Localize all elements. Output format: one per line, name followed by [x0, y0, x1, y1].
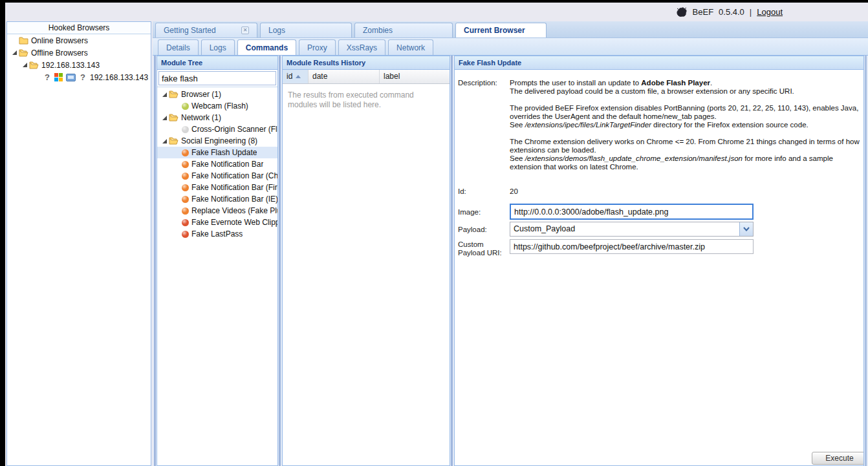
description-row: Description: Prompts the user to install… [458, 78, 863, 180]
sub-tab-xssrays[interactable]: XssRays [338, 39, 385, 55]
sub-tab-logs[interactable]: Logs [201, 39, 235, 55]
image-row: Image: [458, 204, 863, 220]
module-tree-panel: Module Tree Browser (1)Webcam (Flash)Net… [157, 56, 278, 466]
tree-item-label: 192.168.133.143 [90, 73, 148, 82]
tree-item-hooked-browser[interactable]: ? ? 192.168.133.143 [7, 71, 151, 83]
column-header-label[interactable]: label [380, 70, 450, 83]
tab-label: Zombies [363, 24, 393, 37]
expand-arrow-icon[interactable] [23, 63, 27, 67]
column-label: date [312, 70, 327, 83]
folder-open-icon [19, 49, 28, 57]
tab-label: Logs [210, 41, 226, 55]
module-label: Fake Flash Update [191, 148, 257, 157]
tree-item-host-folder[interactable]: 192.168.133.143 [7, 59, 151, 71]
id-label: Id: [458, 186, 510, 196]
module-row[interactable]: Replace Videos (Fake Plugin) [157, 205, 277, 217]
module-row[interactable]: Fake LastPass [157, 228, 277, 240]
execute-button[interactable]: Execute [812, 452, 864, 465]
module-status-icon [182, 231, 189, 238]
column-label: label [384, 70, 400, 83]
beef-app-window: BeEF 0.5.4.0 | Logout Hooked Browsers On… [0, 0, 868, 466]
module-tree-title: Module Tree [157, 56, 277, 70]
module-row[interactable]: Cross-Origin Scanner (Flash) [157, 123, 277, 135]
folder-open-icon [169, 90, 179, 98]
combo-trigger-button[interactable] [739, 222, 753, 236]
description-line: Prompts the user to install an update to… [510, 79, 863, 87]
module-row[interactable]: Fake Flash Update [157, 147, 277, 158]
hooked-browsers-title: Hooked Browsers [7, 22, 151, 34]
folder-closed-icon [19, 37, 28, 45]
expand-arrow-icon[interactable] [162, 139, 167, 143]
tree-item-online-browsers[interactable]: Online Browsers [7, 34, 151, 47]
module-detail-form: Description: Prompts the user to install… [455, 70, 863, 465]
description-label: Description: [458, 78, 510, 180]
tab-label: Getting Started [164, 24, 216, 37]
expand-arrow-icon[interactable] [162, 92, 167, 97]
logout-link[interactable]: Logout [757, 7, 783, 17]
app-name: BeEF [693, 7, 714, 17]
tree-item-offline-browsers[interactable]: Offline Browsers [7, 47, 151, 59]
folder-open-icon [169, 114, 179, 122]
main-tab-zombies[interactable]: Zombies [354, 23, 453, 37]
unknown-version-icon: ? [79, 72, 87, 82]
module-row[interactable]: Fake Evernote Web Clipper [157, 217, 277, 228]
module-status-icon [182, 126, 189, 133]
main-tab-current-browser[interactable]: Current Browser [455, 23, 547, 37]
browser-window-icon [66, 74, 76, 81]
description-line: See /extensions/demos/flash_update_chrom… [510, 154, 863, 171]
sub-tab-commands[interactable]: Commands [237, 39, 296, 55]
close-icon[interactable]: ✕ [241, 26, 249, 34]
tree-item-label: Online Browsers [31, 36, 88, 45]
payload-label: Payload: [458, 224, 510, 234]
module-row[interactable]: Fake Notification Bar (Chrome) [157, 170, 277, 182]
module-search-input[interactable] [158, 71, 276, 85]
module-results-panel: Module Results History id date label The… [282, 56, 450, 466]
module-category-row[interactable]: Browser (1) [157, 89, 277, 100]
module-label: Fake Notification Bar (Chrome) [191, 171, 277, 180]
module-status-icon [182, 219, 189, 226]
module-row[interactable]: Fake Notification Bar (Firefox) [157, 182, 277, 193]
custom-payload-uri-input[interactable] [510, 239, 754, 254]
windows-os-icon [54, 73, 63, 81]
tab-label: Logs [268, 24, 285, 37]
payload-selected-value: Custom_Payload [510, 222, 739, 236]
module-row[interactable]: Fake Notification Bar [157, 158, 277, 170]
hooked-browsers-panel: Hooked Browsers Online Browsers Offline … [6, 21, 151, 466]
module-status-icon [182, 161, 189, 168]
expand-arrow-icon[interactable] [12, 50, 17, 55]
tab-label: Network [396, 41, 425, 55]
module-label: Replace Videos (Fake Plugin) [191, 206, 277, 215]
browser-tabstrip: DetailsLogsCommandsProxyXssRaysNetwork [153, 38, 868, 56]
module-status-icon [182, 103, 189, 110]
sub-tab-proxy[interactable]: Proxy [299, 39, 336, 55]
module-detail-title: Fake Flash Update [455, 56, 863, 70]
module-category-row[interactable]: Social Engineering (8) [157, 135, 277, 147]
column-header-id[interactable]: id [283, 70, 309, 83]
sub-tab-network[interactable]: Network [388, 39, 433, 55]
tree-item-label: 192.168.133.143 [41, 61, 100, 70]
module-label: Fake Notification Bar [191, 160, 263, 169]
module-row[interactable]: Fake Notification Bar (IE) [157, 193, 277, 205]
unknown-browser-icon: ? [43, 72, 51, 82]
tab-label: Commands [246, 41, 288, 55]
module-status-icon [182, 173, 189, 180]
module-category-row[interactable]: Network (1) [157, 112, 277, 123]
sub-tab-details[interactable]: Details [158, 39, 199, 55]
tab-label: Current Browser [464, 24, 525, 37]
module-row[interactable]: Webcam (Flash) [157, 100, 277, 112]
main-tab-getting-started[interactable]: Getting Started✕ [155, 23, 257, 37]
column-header-date[interactable]: date [309, 70, 380, 83]
main-tab-logs[interactable]: Logs [260, 23, 352, 37]
description-text: Prompts the user to install an update to… [510, 78, 863, 180]
splitter-right-edge[interactable] [864, 56, 868, 466]
image-input[interactable] [510, 204, 754, 220]
app-version: 0.5.4.0 [719, 7, 744, 17]
module-label: Webcam (Flash) [191, 101, 248, 111]
module-label: Network (1) [181, 113, 221, 122]
module-label: Social Engineering (8) [181, 136, 257, 145]
description-line: The Chrome extension delivery works on C… [510, 138, 863, 154]
expand-arrow-icon[interactable] [162, 116, 167, 120]
header-separator: | [750, 7, 752, 17]
module-tree: Browser (1)Webcam (Flash)Network (1)Cros… [157, 87, 277, 465]
payload-select[interactable]: Custom_Payload [510, 222, 754, 237]
